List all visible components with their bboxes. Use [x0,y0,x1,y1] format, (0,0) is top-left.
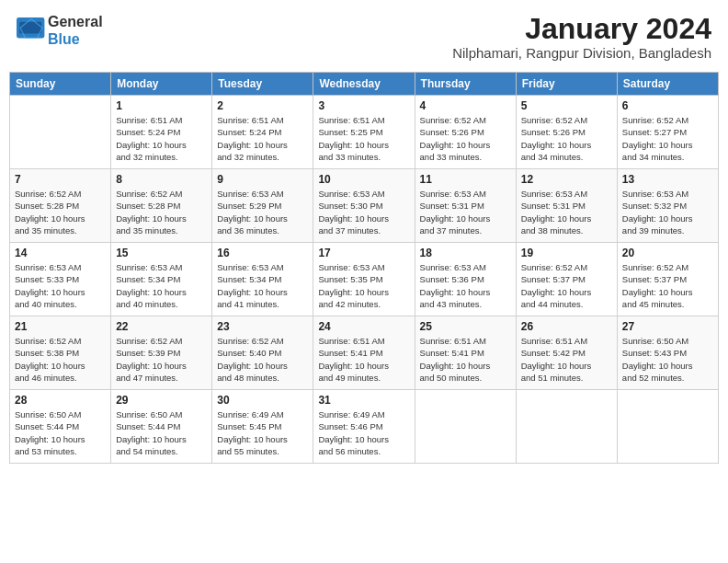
calendar-cell: 14Sunrise: 6:53 AM Sunset: 5:33 PM Dayli… [10,243,111,316]
day-number: 18 [420,247,511,259]
day-number: 8 [116,173,207,186]
day-number: 11 [420,173,511,186]
day-number: 22 [116,320,207,333]
calendar-header-wednesday: Wednesday [313,73,415,96]
day-detail: Sunrise: 6:52 AM Sunset: 5:26 PM Dayligh… [420,114,511,163]
day-number: 14 [15,247,106,259]
day-detail: Sunrise: 6:51 AM Sunset: 5:24 PM Dayligh… [217,114,308,163]
calendar-cell: 18Sunrise: 6:53 AM Sunset: 5:36 PM Dayli… [415,243,516,316]
calendar-cell: 31Sunrise: 6:49 AM Sunset: 5:46 PM Dayli… [313,390,415,464]
calendar-week-4: 21Sunrise: 6:52 AM Sunset: 5:38 PM Dayli… [10,316,719,390]
calendar-cell: 10Sunrise: 6:53 AM Sunset: 5:30 PM Dayli… [313,169,415,243]
day-detail: Sunrise: 6:50 AM Sunset: 5:44 PM Dayligh… [116,408,207,457]
day-detail: Sunrise: 6:52 AM Sunset: 5:37 PM Dayligh… [622,261,713,310]
calendar-cell: 13Sunrise: 6:53 AM Sunset: 5:32 PM Dayli… [617,169,718,243]
calendar-cell: 5Sunrise: 6:52 AM Sunset: 5:26 PM Daylig… [516,96,617,169]
day-detail: Sunrise: 6:53 AM Sunset: 5:34 PM Dayligh… [217,261,308,310]
calendar-header-tuesday: Tuesday [212,73,313,96]
day-detail: Sunrise: 6:53 AM Sunset: 5:33 PM Dayligh… [15,261,106,310]
calendar-cell: 2Sunrise: 6:51 AM Sunset: 5:24 PM Daylig… [212,96,313,169]
calendar-header-row: SundayMondayTuesdayWednesdayThursdayFrid… [10,73,719,96]
day-number: 30 [217,394,308,407]
day-number: 26 [521,320,612,333]
day-number: 10 [318,173,409,186]
day-detail: Sunrise: 6:52 AM Sunset: 5:28 PM Dayligh… [15,188,106,236]
day-detail: Sunrise: 6:53 AM Sunset: 5:31 PM Dayligh… [420,188,511,236]
day-number: 13 [622,173,713,186]
calendar-cell: 8Sunrise: 6:52 AM Sunset: 5:28 PM Daylig… [111,169,212,243]
day-number: 16 [217,247,308,259]
calendar-cell: 12Sunrise: 6:53 AM Sunset: 5:31 PM Dayli… [516,169,617,243]
calendar-cell: 20Sunrise: 6:52 AM Sunset: 5:37 PM Dayli… [617,243,718,316]
calendar-table: SundayMondayTuesdayWednesdayThursdayFrid… [9,72,719,464]
calendar-cell: 16Sunrise: 6:53 AM Sunset: 5:34 PM Dayli… [212,243,313,316]
calendar-cell: 1Sunrise: 6:51 AM Sunset: 5:24 PM Daylig… [111,96,212,169]
calendar-body: 1Sunrise: 6:51 AM Sunset: 5:24 PM Daylig… [10,96,719,464]
calendar-header-friday: Friday [516,73,617,96]
calendar-cell: 19Sunrise: 6:52 AM Sunset: 5:37 PM Dayli… [516,243,617,316]
calendar-cell: 9Sunrise: 6:53 AM Sunset: 5:29 PM Daylig… [212,169,313,243]
day-number: 9 [217,173,308,186]
page-header: General Blue January 2024 Nilphamari, Ra… [9,9,719,64]
calendar-cell: 17Sunrise: 6:53 AM Sunset: 5:35 PM Dayli… [313,243,415,316]
day-number: 28 [15,394,106,407]
day-detail: Sunrise: 6:52 AM Sunset: 5:28 PM Dayligh… [116,188,207,236]
calendar-cell: 4Sunrise: 6:52 AM Sunset: 5:26 PM Daylig… [415,96,516,169]
logo: General Blue [17,13,103,48]
day-detail: Sunrise: 6:51 AM Sunset: 5:25 PM Dayligh… [318,114,409,163]
day-number: 2 [217,99,308,112]
day-number: 5 [521,99,612,112]
day-number: 6 [622,99,713,112]
day-detail: Sunrise: 6:52 AM Sunset: 5:38 PM Dayligh… [15,335,106,384]
day-detail: Sunrise: 6:53 AM Sunset: 5:29 PM Dayligh… [217,188,308,236]
calendar-cell: 21Sunrise: 6:52 AM Sunset: 5:38 PM Dayli… [10,316,111,390]
calendar-cell: 30Sunrise: 6:49 AM Sunset: 5:45 PM Dayli… [212,390,313,464]
day-number: 23 [217,320,308,333]
day-detail: Sunrise: 6:53 AM Sunset: 5:32 PM Dayligh… [622,188,713,236]
day-detail: Sunrise: 6:53 AM Sunset: 5:34 PM Dayligh… [116,261,207,310]
day-detail: Sunrise: 6:52 AM Sunset: 5:40 PM Dayligh… [217,335,308,384]
calendar-title: January 2024 [452,13,711,45]
day-number: 1 [116,99,207,112]
title-block: January 2024 Nilphamari, Rangpur Divisio… [452,13,711,61]
calendar-cell: 28Sunrise: 6:50 AM Sunset: 5:44 PM Dayli… [10,390,111,464]
day-detail: Sunrise: 6:53 AM Sunset: 5:35 PM Dayligh… [318,261,409,310]
day-detail: Sunrise: 6:52 AM Sunset: 5:27 PM Dayligh… [622,114,713,163]
calendar-header-monday: Monday [111,73,212,96]
calendar-week-1: 1Sunrise: 6:51 AM Sunset: 5:24 PM Daylig… [10,96,719,169]
day-number: 17 [318,247,409,259]
calendar-cell: 15Sunrise: 6:53 AM Sunset: 5:34 PM Dayli… [111,243,212,316]
calendar-cell: 11Sunrise: 6:53 AM Sunset: 5:31 PM Dayli… [415,169,516,243]
calendar-cell: 29Sunrise: 6:50 AM Sunset: 5:44 PM Dayli… [111,390,212,464]
calendar-week-3: 14Sunrise: 6:53 AM Sunset: 5:33 PM Dayli… [10,243,719,316]
calendar-cell: 6Sunrise: 6:52 AM Sunset: 5:27 PM Daylig… [617,96,718,169]
calendar-cell: 7Sunrise: 6:52 AM Sunset: 5:28 PM Daylig… [10,169,111,243]
day-detail: Sunrise: 6:50 AM Sunset: 5:43 PM Dayligh… [622,335,713,384]
calendar-cell: 26Sunrise: 6:51 AM Sunset: 5:42 PM Dayli… [516,316,617,390]
day-detail: Sunrise: 6:53 AM Sunset: 5:31 PM Dayligh… [521,188,612,236]
day-detail: Sunrise: 6:51 AM Sunset: 5:24 PM Dayligh… [116,114,207,163]
day-detail: Sunrise: 6:49 AM Sunset: 5:46 PM Dayligh… [318,408,409,457]
day-detail: Sunrise: 6:49 AM Sunset: 5:45 PM Dayligh… [217,408,308,457]
calendar-cell: 3Sunrise: 6:51 AM Sunset: 5:25 PM Daylig… [313,96,415,169]
logo-icon [17,17,46,43]
calendar-header-saturday: Saturday [617,73,718,96]
logo-text: General Blue [48,13,103,48]
day-detail: Sunrise: 6:51 AM Sunset: 5:42 PM Dayligh… [521,335,612,384]
day-number: 7 [15,173,106,186]
calendar-cell: 23Sunrise: 6:52 AM Sunset: 5:40 PM Dayli… [212,316,313,390]
day-detail: Sunrise: 6:52 AM Sunset: 5:39 PM Dayligh… [116,335,207,384]
calendar-week-5: 28Sunrise: 6:50 AM Sunset: 5:44 PM Dayli… [10,390,719,464]
day-number: 15 [116,247,207,259]
calendar-header-thursday: Thursday [415,73,516,96]
day-number: 19 [521,247,612,259]
day-detail: Sunrise: 6:53 AM Sunset: 5:36 PM Dayligh… [420,261,511,310]
day-number: 29 [116,394,207,407]
day-detail: Sunrise: 6:51 AM Sunset: 5:41 PM Dayligh… [420,335,511,384]
calendar-header-sunday: Sunday [10,73,111,96]
calendar-cell [516,390,617,464]
calendar-week-2: 7Sunrise: 6:52 AM Sunset: 5:28 PM Daylig… [10,169,719,243]
calendar-cell [10,96,111,169]
calendar-cell: 22Sunrise: 6:52 AM Sunset: 5:39 PM Dayli… [111,316,212,390]
day-number: 24 [318,320,409,333]
